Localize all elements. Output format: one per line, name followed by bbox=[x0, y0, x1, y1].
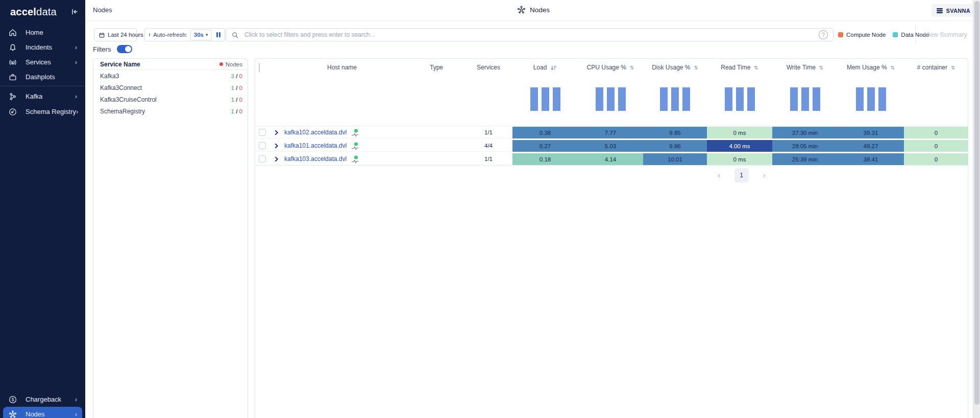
write-time-cell[interactable]: 37:30 min bbox=[772, 127, 838, 138]
sidebar-item-label: Schema Registry bbox=[26, 108, 76, 115]
cpu-usage-cell[interactable]: 7.77 bbox=[578, 127, 643, 138]
scrollbar-thumb[interactable] bbox=[974, 1, 979, 405]
node-counts: 3 / 0 bbox=[231, 73, 242, 79]
service-filter-row-kafka3[interactable]: Kafka3 3 / 0 bbox=[93, 70, 248, 82]
row-checkbox[interactable] bbox=[259, 155, 266, 162]
services-value: 1/1 bbox=[464, 156, 512, 162]
scrollbar[interactable] bbox=[973, 0, 980, 418]
services-value: 1/1 bbox=[464, 129, 512, 135]
disk-usage-cell[interactable]: 10.01 bbox=[643, 153, 707, 165]
load-cell[interactable]: 0.18 bbox=[512, 153, 578, 165]
view-summary-button[interactable]: View Summary bbox=[921, 31, 970, 39]
column-header-container-count[interactable]: # container⇅ bbox=[904, 63, 968, 72]
table-row: kafka102.acceldata.dvl 1/1 0.38 7.77 9.8… bbox=[255, 127, 968, 138]
read-time-cell[interactable]: 0 ms bbox=[707, 127, 772, 138]
schema-registry-icon bbox=[8, 107, 17, 117]
expand-row-icon[interactable] bbox=[274, 156, 279, 162]
sidebar-item-label: Chargeback bbox=[26, 396, 75, 403]
row-checkbox[interactable] bbox=[259, 129, 266, 136]
mem-usage-cell[interactable]: 49.27 bbox=[838, 140, 904, 152]
sort-descending-icon[interactable] bbox=[550, 64, 557, 71]
load-cell[interactable]: 0.27 bbox=[512, 140, 578, 152]
read-time-cell[interactable]: 4.00 ms bbox=[707, 140, 772, 152]
filters-label: Filters bbox=[93, 45, 111, 53]
current-page[interactable]: 1 bbox=[734, 168, 749, 182]
sidebar-item-dashplots[interactable]: Dashplots bbox=[3, 69, 82, 84]
column-header-services[interactable]: Services bbox=[464, 63, 512, 72]
container-count-cell[interactable]: 0 bbox=[904, 140, 968, 152]
sidebar-item-kafka[interactable]: Kafka › bbox=[3, 89, 82, 104]
sort-icon[interactable]: ⇅ bbox=[891, 65, 895, 71]
row-checkbox[interactable] bbox=[259, 142, 266, 149]
cpu-usage-histogram bbox=[578, 87, 643, 111]
previous-page-button[interactable]: ‹ bbox=[715, 171, 723, 180]
logo-light: data bbox=[36, 6, 57, 17]
column-header-load[interactable]: Load bbox=[512, 63, 578, 72]
sort-icon[interactable]: ⇅ bbox=[819, 65, 823, 71]
refresh-status-dot bbox=[149, 33, 150, 36]
column-header-read-time[interactable]: Read Time⇅ bbox=[707, 63, 772, 72]
disk-usage-cell[interactable]: 9.85 bbox=[643, 127, 707, 138]
read-time-cell[interactable]: 0 ms bbox=[707, 153, 772, 165]
services-value: 4/4 bbox=[464, 143, 512, 149]
column-header-cpu-usage[interactable]: CPU Usage %⇅ bbox=[578, 63, 643, 72]
search-icon bbox=[231, 31, 239, 39]
service-filter-row-kafka3cruisecontrol[interactable]: Kafka3CruiseControl 1 / 0 bbox=[93, 94, 248, 105]
host-name-link[interactable]: kafka101.acceldata.dvl bbox=[284, 142, 347, 149]
service-filter-row-kafka3connect[interactable]: Kafka3Connect 1 / 0 bbox=[93, 82, 248, 94]
node-counts: 1 / 0 bbox=[231, 85, 242, 91]
column-header-host-name[interactable]: Host name bbox=[286, 63, 398, 72]
dollar-circle-icon: $ bbox=[8, 395, 17, 404]
cpu-usage-cell[interactable]: 5.03 bbox=[578, 140, 643, 152]
refresh-interval-select[interactable]: 30s ▾ bbox=[190, 30, 212, 40]
host-name-link[interactable]: kafka102.acceldata.dvl bbox=[284, 129, 347, 136]
write-time-cell[interactable]: 28:05 min bbox=[772, 140, 838, 152]
sort-icon[interactable]: ⇅ bbox=[754, 65, 758, 71]
disk-usage-cell[interactable]: 9.86 bbox=[643, 140, 707, 152]
sidebar-item-schema-registry[interactable]: Schema Registry › bbox=[3, 104, 82, 119]
user-menu-button[interactable]: SVANNA bbox=[932, 4, 975, 17]
chevron-right-icon: › bbox=[76, 108, 78, 115]
filters-toggle[interactable] bbox=[117, 45, 132, 53]
sidebar: acceldata Home Incidents › Services › Da… bbox=[0, 0, 85, 418]
cpu-usage-cell[interactable]: 4.14 bbox=[578, 153, 643, 165]
sidebar-item-services[interactable]: Services › bbox=[3, 55, 82, 69]
sidebar-item-nodes[interactable]: Nodes › bbox=[3, 407, 82, 418]
table-row: kafka101.acceldata.dvl 4/4 0.27 5.03 9.8… bbox=[255, 140, 968, 152]
container-count-cell[interactable]: 0 bbox=[904, 153, 968, 165]
health-pulse-icon bbox=[351, 155, 359, 165]
sort-icon[interactable]: ⇅ bbox=[630, 65, 634, 71]
sidebar-collapse-icon[interactable] bbox=[70, 7, 79, 16]
service-filter-row-schemaregistry[interactable]: SchemaRegistry 1 / 0 bbox=[93, 105, 248, 117]
host-name-link[interactable]: kafka103.acceldata.dvl bbox=[284, 155, 347, 162]
sidebar-item-chargeback[interactable]: $ Chargeback › bbox=[3, 392, 82, 407]
pause-refresh-button[interactable] bbox=[216, 32, 221, 37]
time-range-button[interactable]: Last 24 hours ▾ bbox=[94, 28, 137, 41]
health-pulse-icon bbox=[351, 142, 359, 151]
service-filter-header: Service Name Nodes bbox=[93, 59, 248, 70]
column-header-mem-usage[interactable]: Mem Usage %⇅ bbox=[838, 63, 904, 72]
load-cell[interactable]: 0.38 bbox=[512, 127, 578, 138]
bell-icon bbox=[8, 43, 17, 52]
container-count-cell[interactable]: 0 bbox=[904, 127, 968, 138]
expand-row-icon[interactable] bbox=[274, 143, 279, 149]
database-icon bbox=[936, 7, 943, 14]
next-page-button[interactable]: › bbox=[760, 171, 769, 180]
sidebar-item-label: Kafka bbox=[26, 92, 75, 100]
column-header-disk-usage[interactable]: Disk Usage %⇅ bbox=[643, 63, 707, 72]
home-icon bbox=[8, 28, 17, 37]
sort-icon[interactable]: ⇅ bbox=[951, 65, 955, 71]
sidebar-item-home[interactable]: Home bbox=[3, 25, 82, 40]
mem-usage-cell[interactable]: 39.31 bbox=[838, 127, 904, 138]
help-icon[interactable]: ? bbox=[819, 30, 828, 39]
search-input[interactable] bbox=[243, 31, 814, 39]
sidebar-item-incidents[interactable]: Incidents › bbox=[3, 40, 82, 55]
kafka-icon bbox=[8, 92, 17, 101]
mem-usage-cell[interactable]: 38.41 bbox=[838, 153, 904, 165]
column-header-type[interactable]: Type bbox=[408, 63, 464, 72]
sort-icon[interactable]: ⇅ bbox=[694, 65, 698, 71]
select-all-checkbox[interactable] bbox=[259, 63, 260, 73]
expand-row-icon[interactable] bbox=[274, 130, 279, 135]
column-header-write-time[interactable]: Write Time⇅ bbox=[772, 63, 838, 72]
write-time-cell[interactable]: 25:39 min bbox=[772, 153, 838, 165]
